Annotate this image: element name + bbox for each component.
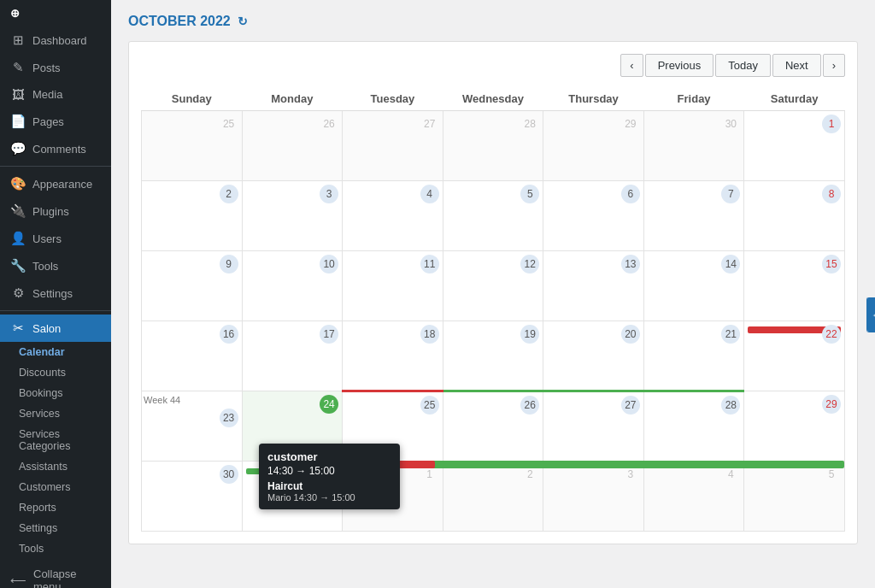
cal-day[interactable]: 18 — [343, 321, 443, 391]
cal-day[interactable]: 29 — [543, 111, 644, 181]
page-title: OCTOBER 2022 ↻ — [128, 14, 858, 29]
sidebar-item-plugins[interactable]: 🔌 Plugins — [0, 197, 111, 225]
cal-day[interactable]: 30 — [643, 111, 744, 181]
sidebar-item-posts[interactable]: ✎ Posts — [0, 54, 111, 81]
previous-button[interactable]: Previous — [645, 54, 714, 77]
feedback-tab[interactable]: ✦ Feedback — [866, 297, 875, 332]
sidebar-item-appearance[interactable]: 🎨 Appearance — [0, 170, 111, 197]
cal-day[interactable]: 28 — [443, 111, 543, 181]
sidebar-item-dashboard[interactable]: ⊞ Dashboard — [0, 26, 111, 54]
sub-item-salon-tools[interactable]: Tools — [0, 538, 111, 559]
cal-day[interactable]: 15 — [744, 251, 845, 321]
sub-item-discounts[interactable]: Discounts — [0, 362, 111, 383]
day-number: 19 — [520, 325, 539, 344]
tools-icon: 🔧 — [10, 258, 26, 273]
cal-day[interactable]: 5 — [443, 181, 543, 251]
refresh-icon[interactable]: ↻ — [238, 15, 248, 28]
cal-day[interactable]: 4 — [343, 181, 443, 251]
sidebar-item-pages[interactable]: 📄 Pages — [0, 108, 111, 135]
cal-day[interactable]: 26 — [242, 111, 343, 181]
previous-arrow-button[interactable]: ‹ — [620, 54, 643, 77]
cal-day[interactable]: 1 — [744, 111, 845, 181]
settings-icon: ⚙ — [10, 285, 26, 301]
today-button[interactable]: Today — [715, 54, 771, 77]
cal-day[interactable]: 4 — [643, 462, 744, 532]
day-number: 17 — [320, 325, 338, 344]
cal-day[interactable]: 13 — [543, 251, 644, 321]
day-number: 3 — [320, 185, 338, 203]
sub-item-customers[interactable]: Customers — [0, 477, 111, 497]
next-button[interactable]: Next — [772, 54, 821, 77]
day-number: 18 — [420, 325, 439, 344]
sidebar-item-settings[interactable]: ⚙ Settings — [0, 279, 111, 307]
cal-day[interactable]: 30 — [142, 462, 243, 532]
sidebar-label-plugins: Plugins — [32, 205, 69, 218]
cal-day[interactable]: 16 — [142, 321, 243, 391]
day-number: 4 — [420, 185, 439, 203]
sidebar-item-media[interactable]: 🖼 Media — [0, 81, 111, 108]
next-arrow-button[interactable]: › — [823, 54, 845, 77]
cal-day[interactable]: 3 — [543, 462, 644, 532]
cal-day[interactable]: 12 — [443, 251, 543, 321]
cal-day[interactable]: 2 — [443, 462, 543, 532]
cal-day[interactable]: Week 44 23 — [142, 391, 243, 462]
day-number: 9 — [220, 255, 238, 273]
cal-day[interactable]: 28 — [643, 391, 744, 462]
main-content: OCTOBER 2022 ↻ ‹ Previous Today Next › S… — [111, 0, 875, 588]
table-row: 25 26 27 28 29 30 — [142, 111, 845, 181]
cal-day[interactable]: 7 — [643, 181, 744, 251]
sidebar-label-comments: Comments — [32, 143, 86, 156]
day-number: 15 — [822, 255, 841, 273]
cal-day[interactable]: 26 — [443, 391, 543, 462]
cal-day[interactable]: 25 — [142, 111, 243, 181]
week-label: Week 44 — [144, 395, 180, 405]
cal-day[interactable]: 2 — [142, 181, 243, 251]
plugins-icon: 🔌 — [10, 203, 26, 219]
collapse-menu-button[interactable]: ⟵ Collapse menu — [0, 559, 111, 588]
cal-day[interactable]: 27 — [343, 111, 443, 181]
day-number: 16 — [220, 325, 238, 344]
day-number: 25 — [220, 115, 238, 133]
sidebar-item-tools[interactable]: 🔧 Tools — [0, 252, 111, 279]
day-number: 2 — [220, 185, 238, 203]
wp-icon: ⊕ — [10, 7, 20, 20]
sidebar-item-comments[interactable]: 💬 Comments — [0, 135, 111, 162]
sidebar-item-users[interactable]: 👤 Users — [0, 225, 111, 252]
day-number: 30 — [220, 465, 238, 484]
cal-day[interactable]: 20 — [543, 321, 644, 391]
th-thursday: Thursday — [543, 87, 644, 111]
cal-day[interactable]: 21 — [643, 321, 744, 391]
cal-day[interactable]: 14 — [643, 251, 744, 321]
dashboard-icon: ⊞ — [10, 32, 26, 48]
cal-day[interactable]: 11 — [343, 251, 443, 321]
cal-day[interactable]: 9 — [142, 251, 243, 321]
cal-day[interactable]: 8 — [744, 181, 845, 251]
cal-day[interactable]: 19 — [443, 321, 543, 391]
sub-item-services-categories[interactable]: Services Categories — [0, 424, 111, 456]
day-number: 23 — [220, 409, 238, 427]
day-number: 6 — [621, 185, 640, 203]
sidebar-label-tools: Tools — [32, 260, 58, 273]
day-number: 12 — [520, 255, 539, 273]
cal-day[interactable]: 6 — [543, 181, 644, 251]
sub-item-bookings[interactable]: Bookings — [0, 383, 111, 403]
sidebar-item-salon[interactable]: ✂ Salon — [0, 315, 111, 342]
cal-day[interactable]: 29 — [744, 391, 845, 462]
cal-day[interactable]: 17 — [242, 321, 343, 391]
cal-day[interactable]: 5 — [744, 462, 845, 532]
sidebar-logo: ⊕ — [0, 0, 111, 26]
sub-item-calendar[interactable]: Calendar — [0, 342, 111, 362]
cal-day[interactable]: 22 — [744, 321, 845, 391]
cal-day[interactable]: 10 — [242, 251, 343, 321]
cal-day[interactable]: 27 — [543, 391, 644, 462]
sub-item-salon-settings[interactable]: Settings — [0, 518, 111, 538]
sub-item-services[interactable]: Services — [0, 403, 111, 424]
sub-item-assistants[interactable]: Assistants — [0, 456, 111, 477]
sub-item-reports[interactable]: Reports — [0, 497, 111, 518]
day-number: 14 — [721, 255, 740, 273]
table-row: Week 44 23 24 25 26 27 — [142, 391, 845, 462]
table-row: 30 31 1 2 — [142, 462, 845, 532]
feedback-icon: ✦ — [871, 309, 875, 320]
cal-day[interactable]: 3 — [242, 181, 343, 251]
sidebar-label-posts: Posts — [32, 62, 61, 74]
